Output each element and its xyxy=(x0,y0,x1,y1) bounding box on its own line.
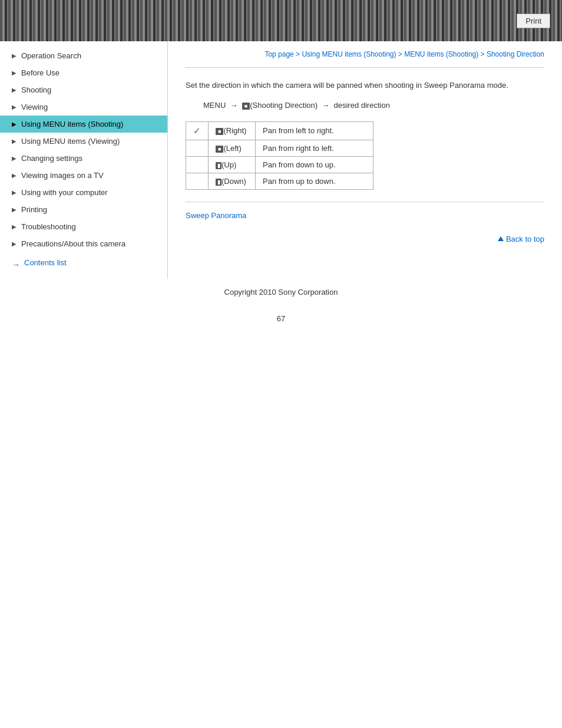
table-row: ■(Left) Pan from right to left. xyxy=(186,140,373,156)
arrow-icon: ▶ xyxy=(12,241,16,247)
table-row: ▮(Down) Pan from up to down. xyxy=(186,173,373,189)
content-area: Top page > Using MENU items (Shooting) >… xyxy=(168,41,562,279)
sidebar-item-troubleshooting[interactable]: ▶ Troubleshooting xyxy=(0,218,167,235)
sidebar-item-using-computer[interactable]: ▶ Using with your computer xyxy=(0,184,167,201)
direction-table: ✓ ■(Right) Pan from left to right. ■(Lef… xyxy=(186,121,373,190)
down-icon: ▮ xyxy=(216,179,222,186)
top-divider xyxy=(186,67,544,68)
sidebar-item-using-menu-shooting[interactable]: ▶ Using MENU items (Shooting) xyxy=(0,116,167,133)
breadcrumb-crumb1[interactable]: Using MENU items (Shooting) xyxy=(302,50,396,58)
related-links: Sweep Panorama xyxy=(186,211,544,220)
arrow-right-icon xyxy=(12,260,21,266)
page-footer: Copyright 2010 Sony Corporation xyxy=(0,279,562,308)
arrow-icon: ▶ xyxy=(12,52,16,59)
menu-instruction: MENU → ■(Shooting Direction) → desired d… xyxy=(186,101,544,110)
sidebar-item-operation-search[interactable]: ▶ Operation Search xyxy=(0,47,167,64)
arrow-icon: ▶ xyxy=(12,104,16,110)
breadcrumb: Top page > Using MENU items (Shooting) >… xyxy=(186,50,544,58)
back-to-top-link[interactable]: Back to top xyxy=(498,235,544,243)
sidebar-item-label: Using with your computer xyxy=(21,188,108,197)
bottom-nav: Back to top xyxy=(186,232,544,243)
table-cell-check xyxy=(186,140,209,156)
table-row: ▮(Up) Pan from down to up. xyxy=(186,156,373,173)
breadcrumb-current: Shooting Direction xyxy=(487,50,544,58)
breadcrumb-crumb2[interactable]: MENU items (Shooting) xyxy=(404,50,478,58)
sidebar-item-label: Using MENU items (Viewing) xyxy=(21,137,120,146)
checkmark-icon: ✓ xyxy=(193,126,201,136)
arrow-icon: ▶ xyxy=(12,172,16,179)
sidebar-item-viewing-tv[interactable]: ▶ Viewing images on a TV xyxy=(0,167,167,184)
arrow-icon: ▶ xyxy=(12,87,16,93)
sidebar-item-shooting[interactable]: ▶ Shooting xyxy=(0,81,167,98)
bottom-divider xyxy=(186,202,544,202)
main-layout: ▶ Operation Search ▶ Before Use ▶ Shooti… xyxy=(0,41,562,279)
breadcrumb-separator: > xyxy=(478,50,487,58)
arrow-icon: ▶ xyxy=(12,223,16,230)
sidebar-item-label: Shooting xyxy=(21,85,51,94)
back-to-top-label: Back to top xyxy=(506,235,544,243)
header-bar: Print xyxy=(0,0,562,41)
breadcrumb-top-page[interactable]: Top page xyxy=(265,50,293,58)
sidebar-item-using-menu-viewing[interactable]: ▶ Using MENU items (Viewing) xyxy=(0,133,167,150)
sidebar-item-viewing[interactable]: ▶ Viewing xyxy=(0,98,167,116)
contents-list-label: Contents list xyxy=(24,258,67,267)
table-cell-icon: ▮(Down) xyxy=(209,173,256,189)
table-cell-icon: ■(Left) xyxy=(209,140,256,156)
sidebar: ▶ Operation Search ▶ Before Use ▶ Shooti… xyxy=(0,41,168,279)
arrow-icon: ▶ xyxy=(12,189,16,196)
sidebar-item-label: Changing settings xyxy=(21,154,82,163)
page-number: 67 xyxy=(0,308,562,329)
breadcrumb-separator: > xyxy=(294,50,302,58)
arrow-icon: ▶ xyxy=(12,70,16,76)
sidebar-item-label: Before Use xyxy=(21,68,59,77)
shooting-direction-icon: ■ xyxy=(242,103,250,110)
sweep-panorama-link[interactable]: Sweep Panorama xyxy=(186,211,246,220)
sidebar-item-printing[interactable]: ▶ Printing xyxy=(0,201,167,218)
print-button[interactable]: Print xyxy=(517,14,550,28)
sidebar-item-before-use[interactable]: ▶ Before Use xyxy=(0,64,167,81)
breadcrumb-separator: > xyxy=(396,50,405,58)
table-cell-desc: Pan from left to right. xyxy=(256,121,373,140)
contents-list-link[interactable]: Contents list xyxy=(12,258,67,267)
copyright-text: Copyright 2010 Sony Corporation xyxy=(0,288,562,297)
description: Set the direction in which the camera wi… xyxy=(186,80,544,92)
arrow-icon: ▶ xyxy=(12,155,16,162)
up-icon: ▮ xyxy=(216,162,222,169)
table-cell-check: ✓ xyxy=(186,121,209,140)
sidebar-item-label: Using MENU items (Shooting) xyxy=(21,120,123,129)
right-icon: ■ xyxy=(216,128,223,135)
table-cell-desc: Pan from down to up. xyxy=(256,156,373,173)
sidebar-footer: Contents list xyxy=(0,252,167,273)
sidebar-item-label: Printing xyxy=(21,205,47,214)
table-row: ✓ ■(Right) Pan from left to right. xyxy=(186,121,373,140)
sidebar-item-label: Precautions/About this camera xyxy=(21,239,125,248)
table-cell-desc: Pan from right to left. xyxy=(256,140,373,156)
table-cell-check xyxy=(186,156,209,173)
table-cell-check xyxy=(186,173,209,189)
table-cell-icon: ▮(Up) xyxy=(209,156,256,173)
triangle-up-icon xyxy=(498,236,504,241)
left-icon: ■ xyxy=(216,146,223,153)
back-to-top: Back to top xyxy=(498,235,544,243)
table-cell-icon: ■(Right) xyxy=(209,121,256,140)
sidebar-item-label: Operation Search xyxy=(21,51,81,60)
arrow-icon: ▶ xyxy=(12,121,16,127)
sidebar-item-label: Troubleshooting xyxy=(21,222,76,231)
table-cell-desc: Pan from up to down. xyxy=(256,173,373,189)
sidebar-item-label: Viewing images on a TV xyxy=(21,171,104,180)
sidebar-item-label: Viewing xyxy=(21,103,48,111)
sidebar-item-precautions[interactable]: ▶ Precautions/About this camera xyxy=(0,235,167,252)
arrow-icon: ▶ xyxy=(12,138,16,144)
sidebar-item-changing-settings[interactable]: ▶ Changing settings xyxy=(0,150,167,167)
arrow-icon: ▶ xyxy=(12,206,16,213)
